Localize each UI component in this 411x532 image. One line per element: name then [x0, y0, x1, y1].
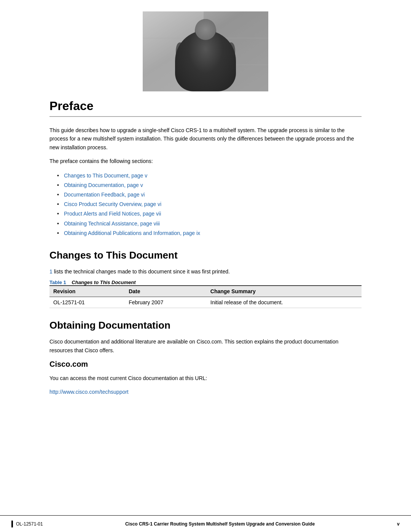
content-area: Preface This guide describes how to upgr… [0, 99, 411, 396]
preface-intro1: This guide describes how to upgrade a si… [49, 126, 362, 152]
cell-revision: OL-12571-01 [49, 297, 125, 308]
svg-point-13 [183, 71, 228, 91]
col-change-summary: Change Summary [207, 286, 362, 297]
list-item: Obtaining Documentation, page v [57, 181, 362, 190]
svg-rect-1 [143, 11, 204, 91]
list-item: Product Alerts and Field Notices, page v… [57, 209, 362, 219]
footer-doc-number: OL-12571-01 [16, 521, 43, 527]
link-product-alerts[interactable]: Product Alerts and Field Notices, page v… [64, 211, 161, 217]
table-row: OL-12571-01 February 2007 Initial releas… [49, 297, 362, 308]
footer-title: Cisco CRS-1 Carrier Routing System Multi… [43, 521, 397, 527]
hero-image [143, 11, 268, 91]
svg-rect-6 [202, 41, 209, 49]
list-item: Changes to This Document, page v [57, 171, 362, 181]
cisco-com-url-link[interactable]: http://www.cisco.com/techsupport [49, 389, 129, 395]
list-item: Obtaining Additional Publications and In… [57, 228, 362, 238]
table-header-row: Revision Date Change Summary [49, 286, 362, 297]
changes-section-heading: Changes to This Document [49, 249, 362, 261]
preface-links-list: Changes to This Document, page v Obtaini… [49, 171, 362, 238]
svg-point-12 [203, 69, 218, 78]
svg-point-8 [188, 39, 223, 71]
link-additional-pubs[interactable]: Obtaining Additional Publications and In… [64, 230, 200, 236]
list-item: Documentation Feedback, page vi [57, 190, 362, 200]
link-tech-assistance[interactable]: Obtaining Technical Assistance, page vii… [64, 220, 160, 227]
svg-point-11 [194, 69, 209, 78]
link-security-overview[interactable]: Cisco Product Security Overview, page vi [64, 201, 161, 207]
footer: OL-12571-01 Cisco CRS-1 Carrier Routing … [0, 515, 411, 532]
footer-page: v [397, 521, 411, 527]
page-container: Preface This guide describes how to upgr… [0, 0, 411, 532]
table-caption-num: Table 1 [49, 280, 66, 285]
svg-point-7 [185, 38, 226, 76]
svg-rect-2 [204, 11, 268, 91]
cisco-com-url-container: http://www.cisco.com/techsupport [49, 388, 362, 396]
obtaining-doc-heading: Obtaining Documentation [49, 320, 362, 331]
hero-svg [143, 11, 268, 91]
cisco-com-heading: Cisco.com [49, 360, 362, 369]
changes-table: Revision Date Change Summary OL-12571-01… [49, 285, 362, 308]
preface-intro2: The preface contains the following secti… [49, 157, 362, 165]
table-intro: 1 lists the technical changes made to th… [49, 267, 362, 276]
cell-date: February 2007 [125, 297, 207, 308]
svg-point-5 [195, 19, 216, 43]
cisco-com-body: You can access the most current Cisco do… [49, 374, 362, 382]
footer-left: OL-12571-01 [0, 521, 43, 527]
hero-image-container [0, 0, 411, 99]
link-changes-to-doc[interactable]: Changes to This Document, page v [64, 173, 147, 179]
link-obtaining-doc[interactable]: Obtaining Documentation, page v [64, 182, 143, 188]
preface-heading: Preface [49, 99, 362, 117]
list-item: Obtaining Technical Assistance, page vii… [57, 219, 362, 228]
footer-bar-icon [11, 521, 13, 527]
table1-link[interactable]: 1 [49, 268, 53, 275]
table-caption: Table 1 Changes to This Document [49, 280, 362, 285]
table-caption-title: Changes to This Document [72, 280, 135, 285]
obtaining-doc-body: Cisco documentation and additional liter… [49, 337, 362, 355]
list-item: Cisco Product Security Overview, page vi [57, 200, 362, 209]
col-revision: Revision [49, 286, 125, 297]
col-date: Date [125, 286, 207, 297]
link-doc-feedback[interactable]: Documentation Feedback, page vi [64, 192, 145, 198]
cell-change-summary: Initial release of the document. [207, 297, 362, 308]
